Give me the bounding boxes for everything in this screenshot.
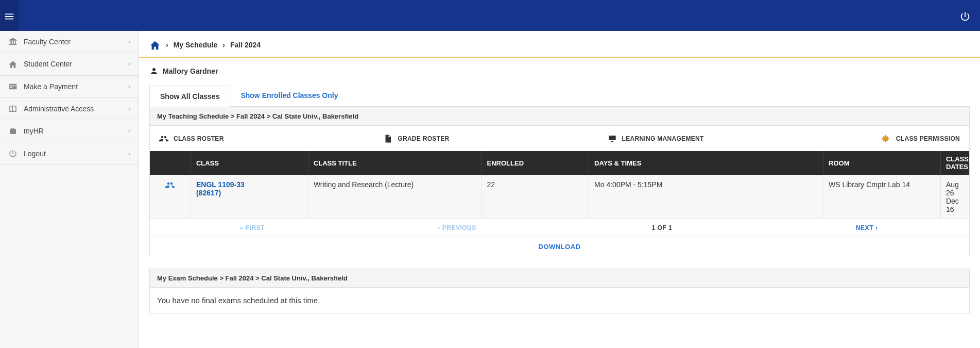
breadcrumb: › My Schedule › Fall 2024 [139, 31, 980, 58]
download-link[interactable]: DOWNLOAD [539, 243, 581, 251]
sidebar-item-label: Logout [24, 150, 46, 158]
sidebar-item-student-center[interactable]: Student Center › [0, 53, 139, 75]
monitor-icon [608, 133, 617, 144]
breadcrumb-sep: › [166, 41, 168, 49]
home-icon [8, 59, 18, 69]
sidebar-item-logout[interactable]: Logout › [0, 142, 139, 164]
pager-first: « FIRST [150, 219, 355, 237]
sidebar-item-label: Faculty Center [24, 38, 71, 46]
legend-lms: LEARNING MANAGEMENT [608, 133, 821, 144]
cell-title: Writing and Research (Lecture) [308, 175, 482, 219]
power-button[interactable] [959, 8, 971, 24]
sidebar-item-label: Student Center [24, 60, 72, 68]
top-bar [0, 0, 980, 31]
cell-days: Mo 4:00PM - 5:15PM [589, 175, 823, 219]
col-enrolled: ENROLLED [482, 151, 589, 175]
teaching-schedule-body: CLASS ROSTER GRADE ROSTER LEARNING MANAG… [149, 125, 970, 256]
table-header-row: CLASS CLASS TITLE ENROLLED DAYS & TIMES … [150, 151, 969, 175]
cell-dates: Aug 26 Dec 16 [940, 175, 969, 219]
cell-room: WS Library Cmptr Lab 14 [823, 175, 941, 219]
table-row: ENGL 1109-33 (82617) Writing and Researc… [150, 175, 969, 219]
tabs: Show All Classes Show Enrolled Classes O… [149, 85, 970, 107]
sidebar-item-label: myHR [24, 127, 44, 135]
schedule-table: CLASS CLASS TITLE ENROLLED DAYS & TIMES … [150, 151, 969, 219]
main-content: › My Schedule › Fall 2024 Mallory Gardne… [139, 31, 980, 348]
cell-enrolled: 22 [482, 175, 589, 219]
sidebar-item-faculty-center[interactable]: Faculty Center › [0, 31, 139, 53]
home-icon[interactable] [149, 38, 161, 52]
chevron-right-icon: › [128, 60, 130, 68]
power-icon [8, 148, 18, 158]
pager-position: 1 OF 1 [560, 219, 765, 237]
pager: « FIRST ‹ PREVIOUS 1 OF 1 NEXT › [150, 219, 969, 237]
exam-schedule-body: You have no final exams scheduled at thi… [149, 287, 970, 313]
col-room: ROOM [823, 151, 941, 175]
briefcase-icon [8, 126, 18, 136]
sidebar-item-admin-access[interactable]: Administrative Access › [0, 98, 139, 120]
panel-icon [8, 104, 18, 113]
col-title: CLASS TITLE [308, 151, 482, 175]
people-icon [159, 133, 168, 144]
teaching-schedule-header: My Teaching Schedule > Fall 2024 > Cal S… [149, 107, 970, 125]
sidebar-item-make-payment[interactable]: Make a Payment › [0, 76, 139, 98]
chevron-right-icon: › [128, 105, 130, 112]
pager-next[interactable]: NEXT › [764, 219, 969, 237]
breadcrumb-term: Fall 2024 [230, 41, 261, 49]
person-icon [149, 66, 159, 76]
user-name: Mallory Gardner [163, 67, 218, 75]
breadcrumb-sep: › [222, 41, 225, 49]
sidebar-item-label: Make a Payment [24, 82, 78, 91]
sidebar-item-label: Administrative Access [24, 105, 94, 113]
chevron-right-icon: › [128, 150, 130, 157]
pager-prev: ‹ PREVIOUS [355, 219, 560, 237]
class-link[interactable]: ENGL 1109-33 (82617) [196, 180, 245, 197]
row-roster-icon[interactable] [150, 175, 191, 219]
hamburger-icon [4, 8, 15, 23]
legend-class-roster: CLASS ROSTER [159, 133, 373, 144]
user-row: Mallory Gardner [139, 58, 980, 85]
breadcrumb-my-schedule[interactable]: My Schedule [174, 41, 218, 49]
legend-grade-roster: GRADE ROSTER [383, 133, 597, 144]
hamburger-button[interactable] [0, 0, 19, 31]
chevron-right-icon: › [128, 83, 130, 90]
tab-show-all[interactable]: Show All Classes [149, 86, 230, 107]
tab-show-enrolled[interactable]: Show Enrolled Classes Only [230, 85, 348, 106]
exam-schedule-header: My Exam Schedule > Fall 2024 > Cal State… [149, 269, 970, 287]
legend-row: CLASS ROSTER GRADE ROSTER LEARNING MANAG… [150, 126, 969, 151]
legend-class-permission: CLASS PERMISSION [832, 133, 960, 144]
bank-icon [8, 37, 18, 46]
note-icon [383, 133, 392, 144]
sidebar-item-myhr[interactable]: myHR › [0, 120, 139, 142]
chevron-right-icon: › [128, 127, 130, 135]
col-class: CLASS [191, 151, 308, 175]
col-dates: CLASS DATES [940, 151, 969, 175]
cell-class: ENGL 1109-33 (82617) [191, 175, 308, 219]
sidebar: Faculty Center › Student Center › Make a… [0, 31, 139, 348]
download-row: DOWNLOAD [150, 237, 969, 256]
col-icon [150, 151, 191, 175]
card-icon [8, 82, 18, 91]
puzzle-icon [882, 133, 891, 144]
chevron-right-icon: › [128, 38, 130, 45]
col-days: DAYS & TIMES [589, 151, 823, 175]
